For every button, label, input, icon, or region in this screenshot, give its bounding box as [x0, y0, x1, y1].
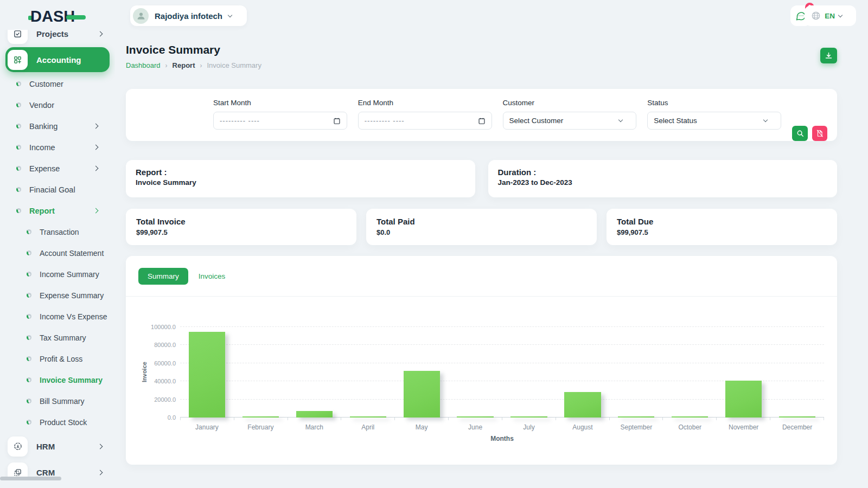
- hrm-icon: [8, 436, 28, 457]
- bar-april[interactable]: [350, 416, 386, 418]
- brand-logo[interactable]: DASH: [28, 8, 86, 25]
- bar-slot: [341, 327, 395, 418]
- total-paid-label: Total Paid: [376, 217, 586, 226]
- x-tick-mark: [770, 418, 824, 420]
- bar-march[interactable]: [296, 411, 333, 418]
- bar-december[interactable]: [779, 416, 815, 418]
- sidebar-item-label: Vendor: [29, 101, 54, 110]
- duration-label: Duration :: [498, 168, 828, 177]
- bullet-icon: [16, 102, 21, 107]
- sidebar-item-customer[interactable]: Customer: [5, 73, 110, 94]
- sidebar-item-tax-summary[interactable]: Tax Summary: [5, 327, 110, 348]
- tab-invoices[interactable]: Invoices: [199, 272, 226, 280]
- chevron-down-icon: [838, 12, 843, 17]
- bar-february[interactable]: [242, 416, 279, 418]
- status-select[interactable]: Select Status: [647, 112, 781, 130]
- sidebar-item-projects[interactable]: Projects: [5, 30, 110, 46]
- sidebar-item-label: Bill Summary: [40, 397, 84, 406]
- sidebar-item-banking[interactable]: Banking: [5, 115, 110, 137]
- start-month-input[interactable]: --------- ----: [213, 112, 347, 130]
- sidebar-item-vendor[interactable]: Vendor: [5, 94, 110, 115]
- bar-slot: [234, 327, 288, 418]
- customer-group: Customer Select Customer: [503, 99, 637, 141]
- sidebar-item-account-statement[interactable]: Account Statement: [5, 242, 110, 264]
- breadcrumb-dashboard[interactable]: Dashboard: [126, 61, 161, 69]
- chevron-right-icon: [93, 166, 99, 171]
- sidebar-item-accounting[interactable]: Accounting: [5, 47, 110, 72]
- apply-filter-button[interactable]: [792, 126, 808, 141]
- sidebar-item-income[interactable]: Income: [5, 137, 110, 158]
- bullet-icon: [16, 145, 21, 150]
- totals-row: Total Invoice $99,907.5 Total Paid $0.0 …: [126, 209, 837, 245]
- x-axis-ticks: [180, 418, 824, 420]
- bar-slot: [502, 327, 556, 418]
- duration-card: Duration : Jan-2023 to Dec-2023: [488, 160, 838, 197]
- bar-slot: [449, 327, 502, 418]
- bar-july[interactable]: [510, 416, 547, 418]
- status-group: Status Select Status: [647, 99, 781, 141]
- bullet-icon: [27, 229, 31, 234]
- sidebar-item-label: Finacial Goal: [29, 185, 75, 194]
- breadcrumb: Dashboard › Report › Invoice Summary: [126, 61, 837, 69]
- bar-slot: [770, 327, 824, 418]
- sidebar-item-product-stock[interactable]: Product Stock: [5, 412, 110, 433]
- bar-may[interactable]: [404, 371, 440, 418]
- breadcrumb-report[interactable]: Report: [173, 61, 195, 69]
- bar-slot: [180, 327, 234, 418]
- calendar-icon: [333, 117, 341, 125]
- x-tick-label: March: [288, 423, 341, 431]
- report-label: Report :: [136, 168, 465, 177]
- x-tick-label: September: [609, 423, 663, 431]
- total-paid-card: Total Paid $0.0: [366, 209, 597, 245]
- reset-filter-button[interactable]: [812, 126, 827, 141]
- tab-summary[interactable]: Summary: [138, 268, 188, 285]
- bar-slot: [395, 327, 449, 418]
- bar-slot: [717, 327, 770, 418]
- status-label: Status: [647, 99, 781, 107]
- x-tick-label: July: [502, 423, 556, 431]
- sidebar-item-finacial-goal[interactable]: Finacial Goal: [5, 179, 110, 200]
- chevron-down-icon: [618, 118, 623, 122]
- x-tick-label: November: [717, 423, 770, 431]
- sidebar-item-profit-loss[interactable]: Profit & Loss: [5, 348, 110, 369]
- bar-slot: [663, 327, 717, 418]
- logo-dash-icon: [66, 15, 86, 20]
- bullet-icon: [27, 272, 31, 277]
- sidebar-item-hrm[interactable]: HRM: [5, 434, 110, 459]
- end-month-input[interactable]: --------- ----: [358, 112, 492, 130]
- sidebar-item-label: CRM: [36, 468, 55, 477]
- bar-september[interactable]: [618, 416, 654, 418]
- download-button[interactable]: [820, 48, 837, 63]
- y-tick-label: 40000.0: [144, 378, 176, 384]
- sidebar-item-income-vs-expense[interactable]: Income Vs Expense: [5, 306, 110, 327]
- y-tick-label: 100000.0: [144, 324, 176, 330]
- sidebar-item-transaction[interactable]: Transaction: [5, 221, 110, 242]
- total-paid-value: $0.0: [376, 228, 586, 236]
- sidebar-item-label: Tax Summary: [40, 333, 86, 342]
- sidebar-item-label: Product Stock: [40, 418, 87, 427]
- download-icon: [825, 52, 833, 60]
- sidebar-item-label: Income: [29, 143, 55, 152]
- bar-august[interactable]: [564, 392, 601, 418]
- sidebar-item-report[interactable]: Report: [5, 200, 110, 221]
- grid-icon: [8, 50, 28, 70]
- y-tick-label: 0.0: [144, 414, 176, 421]
- x-axis-labels: JanuaryFebruaryMarchAprilMayJuneJulyAugu…: [180, 423, 824, 431]
- bar-january[interactable]: [189, 332, 225, 418]
- bar-november[interactable]: [725, 381, 762, 418]
- bar-october[interactable]: [672, 416, 708, 418]
- sidebar-item-expense[interactable]: Expense: [5, 158, 110, 179]
- customer-select[interactable]: Select Customer: [503, 112, 637, 130]
- chevron-right-icon: [93, 145, 99, 150]
- report-info-row: Report : Invoice Summary Duration : Jan-…: [126, 160, 837, 197]
- bullet-icon: [27, 377, 31, 382]
- sidebar-item-expense-summary[interactable]: Expense Summary: [5, 285, 110, 306]
- y-tick-label: 80000.0: [144, 342, 176, 348]
- x-tick-label: December: [770, 423, 824, 431]
- bar-june[interactable]: [457, 416, 493, 418]
- sidebar-horizontal-scrollbar[interactable]: [0, 477, 61, 480]
- sidebar-item-bill-summary[interactable]: Bill Summary: [5, 390, 110, 412]
- sidebar-item-income-summary[interactable]: Income Summary: [5, 264, 110, 285]
- sidebar-item-invoice-summary[interactable]: Invoice Summary: [5, 369, 110, 390]
- bullet-icon: [27, 356, 31, 361]
